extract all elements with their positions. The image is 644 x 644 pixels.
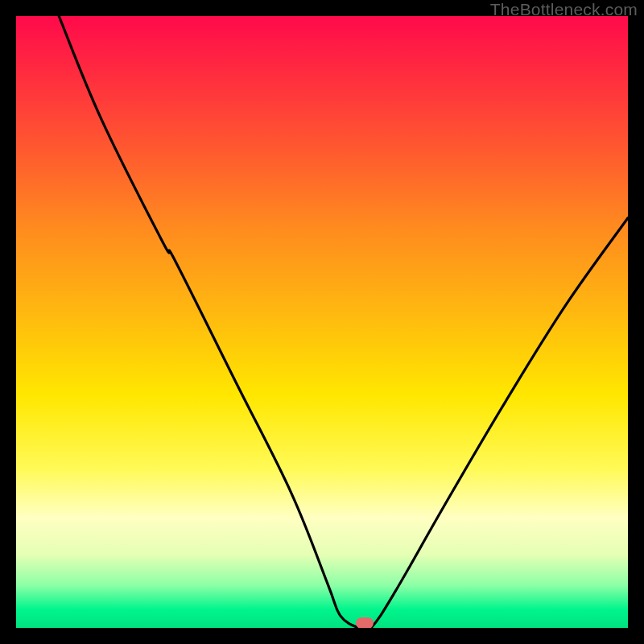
watermark-text: TheBottleneck.com <box>490 0 638 19</box>
bottleneck-curve <box>16 16 628 628</box>
plot-area <box>16 16 628 628</box>
optimal-marker <box>356 617 374 628</box>
